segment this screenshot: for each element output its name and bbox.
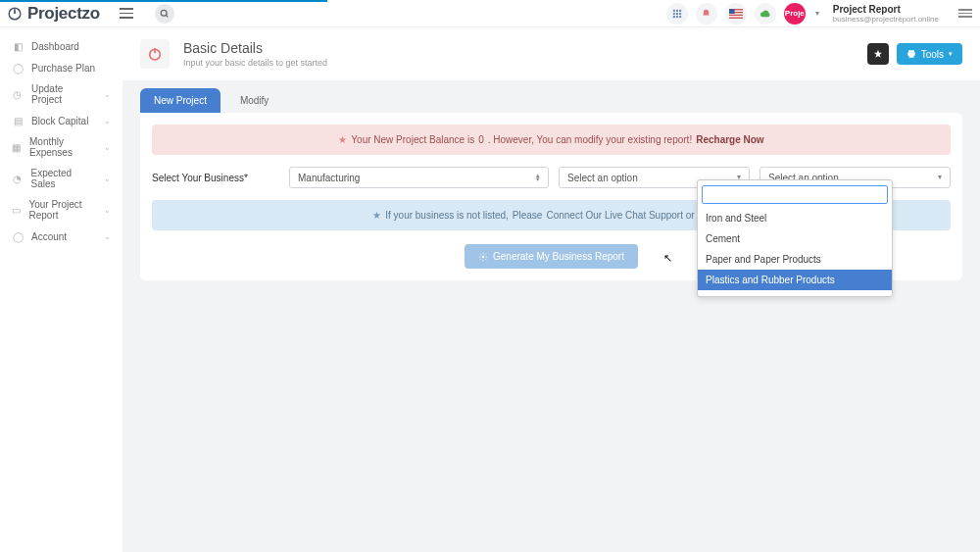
svg-rect-10: [673, 16, 675, 18]
page-subtitle: Input your basic details to get started: [183, 58, 327, 68]
business-label: Select Your Business*: [152, 173, 279, 183]
cart-icon: ◯: [12, 62, 24, 74]
svg-rect-12: [679, 16, 681, 18]
business-category-select[interactable]: Manufacturing ▴▾: [289, 167, 549, 188]
balance-alert: ★ Your New Project Balance is 0. However…: [152, 125, 951, 155]
top-header: Projectzo Proje ▾ Project Report busines…: [0, 0, 980, 27]
sidebar-item-label: Update Project: [31, 83, 96, 105]
clock-icon: ◷: [12, 88, 24, 100]
svg-rect-8: [676, 12, 678, 14]
svg-rect-9: [679, 12, 681, 14]
dashboard-icon: ◧: [12, 40, 24, 52]
sidebar-item-label: Dashboard: [31, 41, 79, 52]
user-info: Project Report business@projectreport.on…: [833, 4, 939, 24]
brand-logo-icon: [8, 7, 22, 21]
svg-rect-7: [673, 12, 675, 14]
svg-rect-20: [908, 50, 914, 52]
sidebar-item-account[interactable]: ◯ Account ⌄: [0, 226, 122, 247]
svg-rect-11: [676, 16, 678, 18]
svg-rect-16: [729, 16, 743, 17]
chevron-down-icon: ▾: [938, 176, 942, 180]
sidebar-item-label: Expected Sales: [30, 168, 96, 189]
svg-point-2: [161, 10, 167, 16]
chevron-down-icon: ⌄: [104, 143, 111, 152]
main-content: Basic Details Input your basic details t…: [122, 27, 980, 552]
sidebar-item-update-project[interactable]: ◷ Update Project ⌄: [0, 78, 122, 110]
brand-name: Projectzo: [27, 4, 100, 24]
sidebar-item-label: Monthly Expenses: [29, 136, 96, 158]
sidebar-item-label: Your Project Report: [28, 199, 96, 221]
sidebar-item-block-capital[interactable]: ▤ Block Capital ⌄: [0, 110, 122, 131]
chevron-down-icon: ⌄: [104, 117, 111, 125]
notifications-button[interactable]: [696, 3, 717, 25]
print-icon: [906, 49, 916, 59]
sidebar-toggle-button[interactable]: [120, 8, 133, 19]
block-icon: ▤: [12, 115, 24, 126]
svg-rect-1: [14, 9, 16, 14]
svg-point-23: [482, 255, 485, 258]
svg-rect-17: [729, 9, 735, 14]
sidebar-item-dashboard[interactable]: ◧ Dashboard: [0, 35, 122, 57]
star-button[interactable]: [867, 43, 889, 65]
sidebar-item-your-project-report[interactable]: ▭ Your Project Report ⌄: [0, 194, 122, 226]
dropdown-options-list[interactable]: Iron and Steel Cement Paper and Paper Pr…: [698, 208, 892, 296]
bell-icon: [702, 9, 710, 18]
generate-report-button[interactable]: Generate My Business Report: [465, 244, 638, 269]
chevron-down-icon: ▾: [815, 9, 819, 18]
tab-modify[interactable]: Modify: [226, 88, 282, 113]
sidebar-item-monthly-expenses[interactable]: ▦ Monthly Expenses ⌄: [0, 131, 122, 163]
dropdown-option[interactable]: Machinery and Equipment: [698, 290, 892, 296]
chevron-down-icon: ⌄: [104, 232, 111, 241]
star-icon: ★: [338, 134, 347, 145]
tools-button[interactable]: Tools ▾: [897, 43, 962, 65]
apps-grid-icon: [672, 9, 682, 19]
dropdown-option[interactable]: Cement: [698, 228, 892, 249]
cloud-icon: [760, 10, 770, 18]
flag-us-icon: [729, 9, 743, 19]
sidebar-item-label: Account: [31, 231, 67, 242]
sidebar-item-expected-sales[interactable]: ◔ Expected Sales ⌄: [0, 163, 122, 194]
user-email: business@projectreport.online: [833, 15, 939, 24]
sidebar: ◧ Dashboard ◯ Purchase Plan ◷ Update Pro…: [0, 27, 122, 552]
status-button[interactable]: [755, 3, 776, 25]
chevron-down-icon: ▾: [949, 50, 953, 58]
svg-rect-22: [908, 55, 913, 58]
sales-icon: ◔: [12, 173, 23, 184]
user-avatar[interactable]: Proje: [784, 3, 806, 25]
dropdown-option[interactable]: Paper and Paper Products: [698, 249, 892, 270]
form-panel: ★ Your New Project Balance is 0. However…: [140, 113, 962, 280]
loading-progress-bar: [0, 0, 327, 2]
search-button[interactable]: [155, 4, 174, 24]
header-right-area: Proje ▾ Project Report business@projectr…: [666, 3, 972, 25]
dropdown-option[interactable]: Iron and Steel: [698, 208, 892, 228]
svg-rect-5: [676, 9, 678, 11]
chevron-down-icon: ⌄: [104, 206, 111, 215]
dropdown-option[interactable]: Plastics and Rubber Products: [698, 270, 892, 290]
search-icon: [160, 9, 170, 19]
svg-rect-4: [673, 9, 675, 11]
dropdown-search-input[interactable]: [702, 185, 888, 204]
sidebar-item-label: Purchase Plan: [31, 63, 95, 74]
user-name: Project Report: [833, 4, 939, 15]
page-icon-box: [140, 39, 170, 69]
chevron-down-icon: ⌄: [104, 175, 111, 183]
calendar-icon: ▦: [12, 141, 22, 153]
star-icon: ★: [372, 210, 381, 221]
gear-icon: [478, 252, 488, 262]
tab-new-project[interactable]: New Project: [140, 88, 220, 113]
apps-button[interactable]: [666, 3, 688, 25]
power-icon: [147, 46, 163, 62]
recharge-link[interactable]: Recharge Now: [696, 134, 763, 145]
brand[interactable]: Projectzo: [8, 4, 100, 24]
svg-line-3: [166, 15, 168, 17]
chevron-down-icon: ⌄: [104, 90, 111, 99]
report-icon: ▭: [12, 204, 21, 216]
language-button[interactable]: [725, 3, 747, 25]
updown-arrows-icon: ▴▾: [536, 174, 540, 181]
star-icon: [873, 49, 883, 59]
sidebar-item-purchase-plan[interactable]: ◯ Purchase Plan: [0, 57, 122, 78]
page-header: Basic Details Input your basic details t…: [122, 27, 980, 80]
more-button[interactable]: [958, 9, 972, 18]
sidebar-item-label: Block Capital: [31, 116, 88, 126]
page-title: Basic Details: [183, 40, 327, 56]
